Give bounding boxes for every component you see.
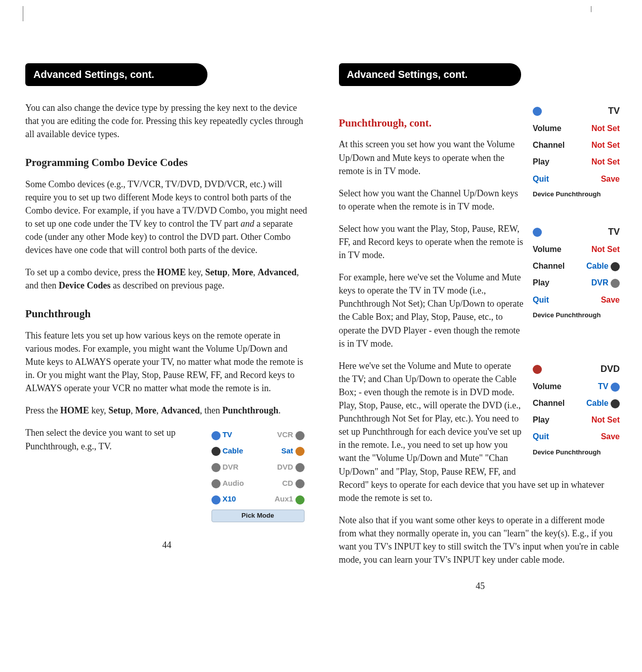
row-channel: Channel <box>532 258 575 274</box>
punchthrough-table-tv-notset: TV VolumeNot Set ChannelNot Set PlayNot … <box>531 101 622 202</box>
cable-icon <box>611 262 620 271</box>
row-volume: Volume <box>532 241 575 257</box>
label-tv: TV <box>223 430 232 439</box>
text: . <box>278 405 281 415</box>
pick-mode-footer: Pick Mode <box>211 510 305 522</box>
row-channel: Channel <box>532 395 575 411</box>
label-cable: Cable <box>223 446 243 455</box>
value-save: Save <box>576 429 621 444</box>
x10-icon <box>211 495 221 505</box>
pick-mode-row: X10 Aux1 <box>208 491 308 507</box>
pick-mode-screenshot: TV VCR Cable Sat DVR DVD Audio CD <box>207 426 309 525</box>
value-notset: Not Set <box>579 154 621 170</box>
text: as described on previous page. <box>110 280 224 290</box>
menu-device-codes: Device Codes <box>59 280 110 290</box>
text: Some Combo devices (e.g., TV/VCR, TV/DVD… <box>25 179 307 255</box>
row-quit: Quit <box>532 171 578 187</box>
page-number-left: 44 <box>25 538 309 552</box>
cd-icon <box>295 479 305 488</box>
table-footer: Device Punchthrough <box>532 309 621 322</box>
text: , then <box>200 405 223 415</box>
sat-icon <box>295 447 305 456</box>
text: To set up a combo device, press the <box>25 267 157 277</box>
row-quit: Quit <box>532 292 575 308</box>
page-number-right: 45 <box>339 579 622 593</box>
section-heading-left: Advanced Settings, cont. <box>25 63 207 86</box>
menu-advanced: Advanced <box>258 267 296 277</box>
label-aux1: Aux1 <box>275 494 293 503</box>
tv-icon <box>533 228 542 237</box>
text: , <box>253 267 258 277</box>
key-home: HOME <box>60 405 89 415</box>
dvd-icon <box>295 463 305 472</box>
table-title: DVD <box>576 360 621 377</box>
row-play: Play <box>532 154 578 170</box>
table-title: TV <box>576 223 621 240</box>
audio-icon <box>211 479 221 488</box>
menu-more: More <box>135 405 156 415</box>
row-volume: Volume <box>532 379 575 394</box>
tv-icon <box>533 107 542 116</box>
label-audio: Audio <box>223 479 244 487</box>
cable-icon <box>211 447 221 456</box>
key-home: HOME <box>157 267 186 277</box>
menu-setup: Setup <box>205 267 228 277</box>
body-text: You can also change the device type by p… <box>25 101 309 141</box>
aux1-icon <box>295 495 305 505</box>
body-text: Some Combo devices (e.g., TV/VCR, TV/DVD… <box>25 178 309 257</box>
value-dvr: DVR <box>591 278 609 287</box>
dvd-icon <box>533 365 542 374</box>
body-text: Then select the device you want to set u… <box>25 426 197 452</box>
label-x10: X10 <box>223 494 236 503</box>
row-play: Play <box>532 275 575 290</box>
row-play: Play <box>532 412 575 428</box>
text: key, <box>186 267 205 277</box>
tv-icon <box>211 431 221 440</box>
value-notset: Not Set <box>576 412 621 428</box>
pick-mode-row: Cable Sat <box>208 443 308 458</box>
value-notset: Not Set <box>579 137 621 153</box>
row-volume: Volume <box>532 120 578 136</box>
punchthrough-table-dvd: DVD VolumeTV ChannelCable PlayNot Set Qu… <box>531 359 622 460</box>
subheading-programming: Programming Combo Device Codes <box>25 155 309 170</box>
text: , <box>156 405 161 415</box>
label-cd: CD <box>282 479 293 487</box>
value-save: Save <box>579 171 621 187</box>
pick-mode-row: TV VCR <box>208 427 308 442</box>
body-text: Press the HOME key, Setup, More, Advance… <box>25 404 309 417</box>
pick-mode-row: Audio CD <box>208 476 308 491</box>
row-quit: Quit <box>532 429 575 444</box>
vcr-icon <box>295 431 305 440</box>
label-sat: Sat <box>281 446 293 455</box>
menu-punchthrough: Punchthrough <box>223 405 279 415</box>
pick-mode-row: DVR DVD <box>208 459 308 475</box>
value-notset: Not Set <box>579 120 621 136</box>
label-vcr: VCR <box>277 430 293 439</box>
value-cable: Cable <box>586 399 609 407</box>
table-footer: Device Punchthrough <box>532 446 621 459</box>
menu-more: More <box>232 267 253 277</box>
body-text: This feature lets you set up how various… <box>25 329 309 395</box>
value-cable: Cable <box>586 262 609 270</box>
tv-icon <box>611 383 620 392</box>
table-title: TV <box>579 102 621 119</box>
crop-mark-right <box>591 6 591 12</box>
body-text: Note also that if you want some other ke… <box>339 514 622 566</box>
menu-setup: Setup <box>108 405 131 415</box>
label-dvd: DVD <box>277 463 293 471</box>
right-column: Advanced Settings, cont. TV VolumeNot Se… <box>339 66 622 593</box>
crop-mark-left <box>23 6 23 21</box>
value-notset: Not Set <box>576 241 621 257</box>
text: , <box>131 405 135 415</box>
text: key, <box>89 405 108 415</box>
left-column: Advanced Settings, cont. You can also ch… <box>25 66 309 593</box>
menu-advanced: Advanced <box>161 405 200 415</box>
body-text: To set up a combo device, press the HOME… <box>25 266 309 292</box>
table-footer: Device Punchthrough <box>532 188 621 201</box>
value-tv: TV <box>598 382 608 391</box>
cable-icon <box>611 399 620 408</box>
section-heading-right: Advanced Settings, cont. <box>339 63 521 86</box>
label-dvr: DVR <box>223 463 239 471</box>
text: Press the <box>25 405 60 415</box>
dvr-icon <box>211 463 221 472</box>
